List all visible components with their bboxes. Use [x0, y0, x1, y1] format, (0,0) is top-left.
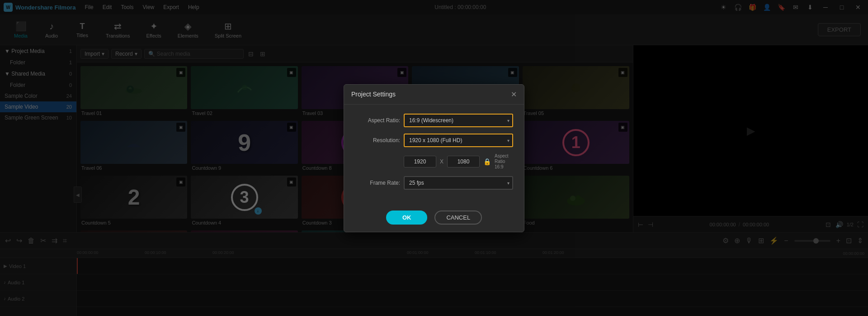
dimension-x-separator: X — [440, 158, 443, 165]
dimension-row: X 🔒 Aspect Ratio16:9 — [355, 153, 513, 170]
dialog-overlay: Project Settings ✕ Aspect Ratio: 16:9 (W… — [0, 0, 868, 316]
aspect-ratio-select[interactable]: 16:9 (Widescreen) 4:3 (Standard) 1:1 (Sq… — [404, 114, 513, 127]
aspect-lock-icon[interactable]: 🔒 — [483, 158, 491, 165]
resolution-label: Resolution: — [355, 137, 400, 144]
aspect-ratio-display: Aspect Ratio16:9 — [495, 153, 513, 170]
resolution-select[interactable]: 1920 x 1080 (Full HD) 1280 x 720 (HD) 38… — [404, 134, 513, 147]
height-input[interactable] — [447, 156, 480, 168]
dialog-title-bar: Project Settings ✕ — [344, 85, 524, 105]
frame-rate-label: Frame Rate: — [355, 180, 400, 186]
aspect-ratio-label: Aspect Ratio: — [355, 117, 400, 124]
project-settings-dialog: Project Settings ✕ Aspect Ratio: 16:9 (W… — [344, 84, 524, 232]
frame-rate-row: Frame Rate: 25 fps 24 fps 30 fps 60 fps … — [355, 176, 513, 190]
frame-rate-select[interactable]: 25 fps 24 fps 30 fps 60 fps — [404, 176, 513, 190]
ok-button[interactable]: OK — [386, 211, 428, 225]
dialog-title: Project Settings — [351, 91, 396, 98]
cancel-button[interactable]: CANCEL — [434, 211, 482, 225]
dialog-close-button[interactable]: ✕ — [511, 90, 517, 99]
aspect-ratio-row: Aspect Ratio: 16:9 (Widescreen) 4:3 (Sta… — [355, 114, 513, 127]
frame-rate-select-wrapper: 25 fps 24 fps 30 fps 60 fps ▾ — [404, 176, 513, 190]
aspect-ratio-select-wrapper: 16:9 (Widescreen) 4:3 (Standard) 1:1 (Sq… — [404, 114, 513, 127]
width-input[interactable] — [404, 156, 436, 168]
dialog-footer: OK CANCEL — [344, 205, 524, 232]
resolution-row: Resolution: 1920 x 1080 (Full HD) 1280 x… — [355, 134, 513, 147]
dialog-body: Aspect Ratio: 16:9 (Widescreen) 4:3 (Sta… — [344, 105, 524, 205]
resolution-select-wrapper: 1920 x 1080 (Full HD) 1280 x 720 (HD) 38… — [404, 134, 513, 147]
